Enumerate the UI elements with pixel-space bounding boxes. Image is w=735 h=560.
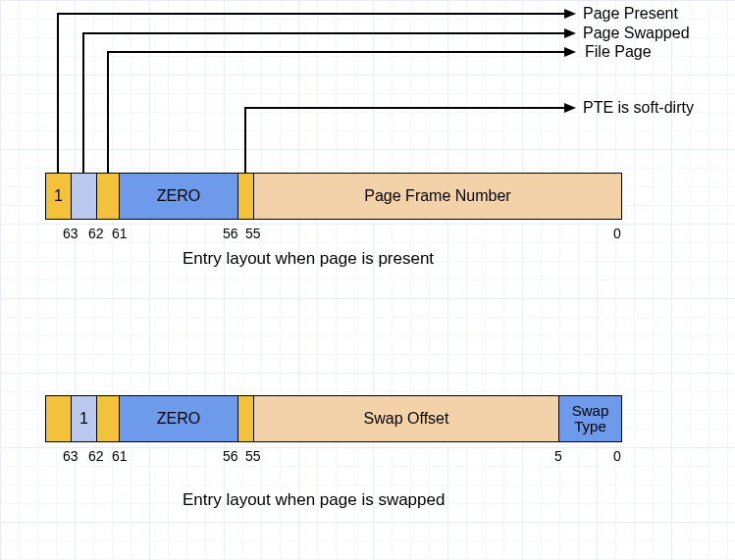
bitnum-61-s: 61 — [112, 448, 128, 464]
bitnum-55: 55 — [245, 226, 261, 241]
cell-bit55 — [238, 174, 254, 219]
cell-swap-type: Swap Type — [559, 396, 621, 441]
cell-bit61 — [97, 174, 120, 219]
bitnum-55-s: 55 — [245, 448, 261, 464]
bitnum-0-s: 0 — [613, 448, 621, 464]
cell-zero-s: ZERO — [120, 396, 238, 441]
label-page-present: Page Present — [583, 5, 678, 23]
bitnum-62: 62 — [88, 226, 104, 241]
bitnum-56-s: 56 — [223, 448, 238, 464]
cell-bit63-s — [46, 396, 72, 441]
cell-bit63: 1 — [46, 174, 72, 219]
cell-zero: ZERO — [120, 174, 238, 219]
label-file-page: File Page — [585, 43, 652, 61]
bitnum-62-s: 62 — [88, 448, 104, 464]
label-page-swapped: Page Swapped — [583, 25, 690, 42]
bitnum-0: 0 — [613, 226, 621, 241]
cell-pfn: Page Frame Number — [254, 174, 621, 219]
caption-present: Entry layout when page is present — [183, 249, 434, 269]
cell-bit55-s — [238, 396, 254, 441]
label-pte-soft-dirty: PTE is soft-dirty — [583, 99, 694, 117]
entry-swapped: 1 ZERO Swap Offset Swap Type — [45, 395, 622, 442]
cell-bit62-s: 1 — [72, 396, 97, 441]
bitnum-5-s: 5 — [554, 448, 562, 464]
bitnum-63: 63 — [63, 226, 79, 241]
entry-present: 1 ZERO Page Frame Number — [45, 173, 622, 220]
bitnum-56: 56 — [223, 226, 238, 241]
cell-swap-offset: Swap Offset — [254, 396, 559, 441]
bitnum-61: 61 — [112, 226, 128, 241]
cell-bit62 — [72, 174, 97, 219]
caption-swapped: Entry layout when page is swapped — [183, 490, 445, 510]
cell-bit61-s — [97, 396, 120, 441]
bitnum-63-s: 63 — [63, 448, 79, 464]
